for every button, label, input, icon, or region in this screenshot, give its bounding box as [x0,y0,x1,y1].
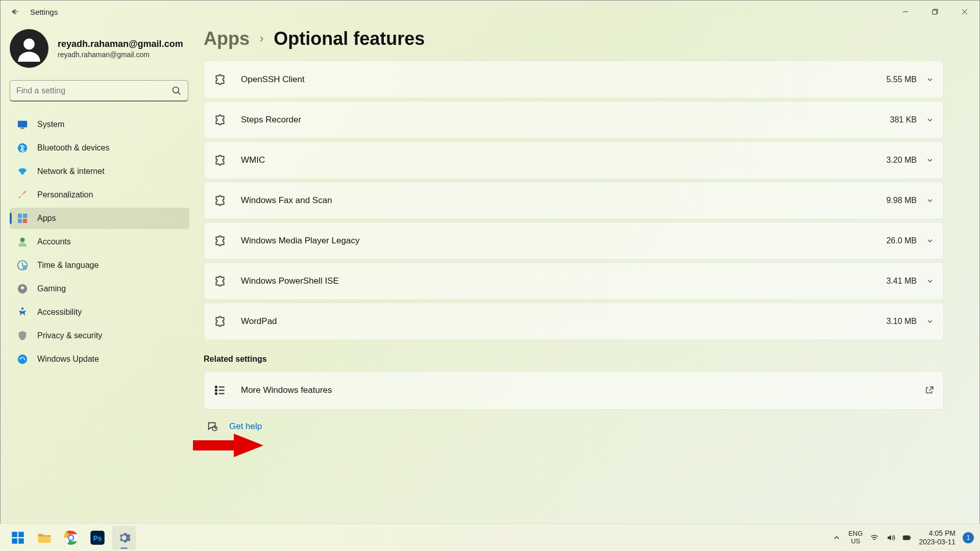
sidebar-item-privacy[interactable]: Privacy & security [10,325,189,346]
close-button[interactable] [950,1,979,23]
feature-size: 9.98 MB [886,196,917,205]
file-explorer[interactable] [33,526,56,549]
sidebar-item-apps[interactable]: Apps [10,208,189,229]
puzzle-icon [213,234,227,247]
svg-point-17 [215,389,217,391]
feature-row[interactable]: Windows Media Player Legacy 26.0 MB [204,222,944,260]
feature-row[interactable]: WMIC 3.20 MB [204,141,944,179]
back-button[interactable] [10,6,21,17]
get-help[interactable]: Get help [204,421,944,432]
settings-app[interactable] [112,526,136,549]
svg-rect-4 [20,128,24,129]
sidebar-item-label: Privacy & security [37,331,102,340]
maximize-button[interactable] [920,1,950,23]
profile-email: reyadh.rahaman@gmail.com [58,51,183,59]
chevron-down-icon [926,116,934,124]
features-list: OpenSSH Client 5.55 MB Steps Recorder 38… [204,61,944,340]
minimize-button[interactable] [891,1,920,23]
breadcrumb-current: Optional features [274,28,425,49]
sidebar-item-label: Windows Update [37,355,99,364]
arrow-left-icon [11,7,20,16]
svg-point-15 [18,355,27,364]
main: Apps › Optional features OpenSSH Client … [204,23,979,523]
search-box[interactable] [10,80,188,102]
monitor-icon [17,119,28,130]
photoshop[interactable]: Ps [86,526,109,549]
svg-point-10 [20,238,24,242]
breadcrumb-parent[interactable]: Apps [204,28,250,49]
clock[interactable]: 4:05 PM2023-03-11 [919,529,955,545]
chevron-down-icon [926,156,934,164]
brush-icon [17,189,28,201]
chevron-down-icon [926,76,934,84]
sidebar-item-accessibility[interactable]: Accessibility [10,302,189,323]
system-tray: ENGUS 4:05 PM2023-03-11 1 [832,529,974,545]
sidebar-item-system[interactable]: System [10,114,189,135]
folder-icon [37,530,52,545]
language-indicator[interactable]: ENGUS [848,530,863,545]
sidebar-item-label: Network & internet [37,167,105,176]
feature-row[interactable]: WordPad 3.10 MB [204,303,944,340]
puzzle-icon [213,315,227,328]
feature-row[interactable]: OpenSSH Client 5.55 MB [204,61,944,98]
svg-rect-3 [18,121,27,128]
titlebar: Settings [1,1,979,23]
svg-rect-7 [23,214,27,218]
chevron-right-icon: › [260,32,263,45]
external-link-icon [925,386,934,395]
feature-size: 3.10 MB [886,317,917,326]
sidebar-item-label: Gaming [37,284,66,293]
svg-text:Ps: Ps [93,535,102,542]
sidebar-item-label: Bluetooth & devices [37,143,109,153]
sidebar-item-accounts[interactable]: Accounts [10,231,189,253]
start-button[interactable] [6,526,30,549]
sidebar-item-update[interactable]: Windows Update [10,348,189,370]
sidebar-item-bluetooth[interactable]: Bluetooth & devices [10,137,189,159]
svg-point-18 [215,393,217,394]
search-icon [172,86,182,96]
sidebar-item-label: Apps [37,214,56,223]
list-icon [213,384,227,397]
profile[interactable]: reyadh.rahaman@gmail.com reyadh.rahaman@… [10,29,204,68]
notification-badge[interactable]: 1 [963,532,974,543]
svg-rect-22 [18,532,23,537]
sidebar-item-personalization[interactable]: Personalization [10,184,189,206]
feature-size: 26.0 MB [886,236,917,245]
get-help-link[interactable]: Get help [229,421,262,432]
chevron-down-icon [926,237,934,245]
feature-row[interactable]: Steps Recorder 381 KB [204,101,944,139]
sidebar-item-network[interactable]: Network & internet [10,161,189,182]
wifi-tray-icon[interactable] [870,533,879,542]
gear-icon [117,531,131,545]
bluetooth-icon [17,142,28,154]
help-icon [207,421,218,432]
chevron-down-icon [926,317,934,325]
search-input[interactable] [16,86,172,95]
feature-row[interactable]: Windows PowerShell ISE 3.41 MB [204,262,944,300]
more-windows-features[interactable]: More Windows features [204,371,944,410]
feature-row[interactable]: Windows Fax and Scan 9.98 MB [204,182,944,219]
svg-rect-23 [12,538,17,544]
sidebar-item-label: Time & language [37,261,99,270]
avatar [10,29,48,68]
maximize-icon [932,9,938,15]
sidebar-item-label: Personalization [37,190,93,199]
sidebar-item-time[interactable]: Time & language [10,255,189,276]
feature-name: OpenSSH Client [241,74,886,85]
windows-icon [11,531,25,545]
window-controls [891,1,979,23]
clock-globe-icon [17,260,28,271]
breadcrumb: Apps › Optional features [204,28,944,49]
photoshop-icon: Ps [90,530,105,545]
chrome[interactable] [59,526,83,549]
battery-icon[interactable] [902,533,912,542]
sidebar-item-gaming[interactable]: Gaming [10,278,189,299]
sidebar-item-label: Accounts [37,237,71,246]
chevron-up-icon[interactable] [832,533,841,542]
svg-rect-9 [23,219,27,223]
feature-size: 5.55 MB [886,75,917,84]
svg-rect-6 [18,214,22,218]
volume-icon[interactable] [886,533,895,542]
svg-point-28 [69,536,73,540]
sidebar-item-label: Accessibility [37,308,82,317]
